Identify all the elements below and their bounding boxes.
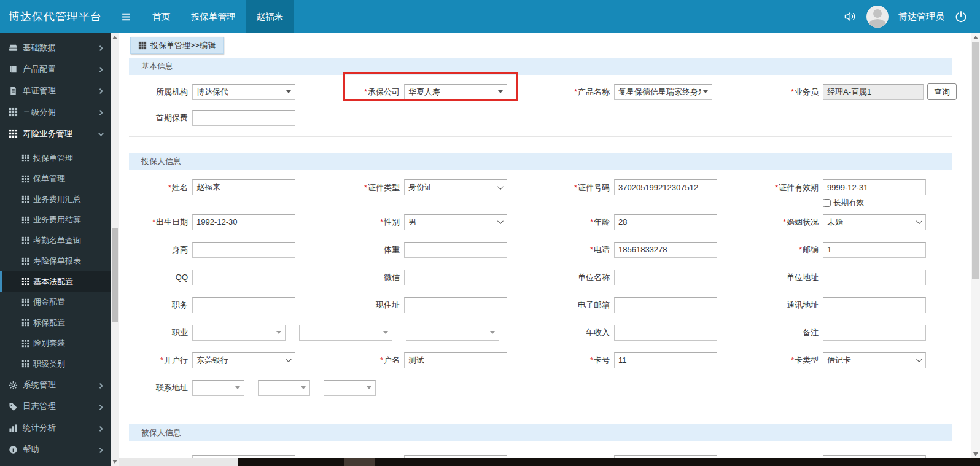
field-label-text: 体重 [384, 245, 400, 254]
nav-home[interactable]: 首页 [142, 0, 181, 33]
contact-address-select-2[interactable] [258, 380, 310, 396]
avatar[interactable] [866, 6, 889, 28]
current-address-input[interactable] [404, 297, 507, 313]
height-input[interactable] [192, 242, 295, 258]
sidebar-item-label: 职级类别 [33, 359, 65, 370]
field-company-address: 单位地址 [760, 270, 961, 285]
volume-icon[interactable] [843, 10, 857, 23]
id-type-select[interactable]: 身份证 [404, 179, 507, 195]
sidebar-item-three-level-commission[interactable]: 三级分佣 [0, 101, 111, 123]
qq-input[interactable] [192, 270, 295, 285]
id-expiry-longterm-checkbox[interactable] [823, 199, 831, 207]
chevron-down-icon [497, 218, 504, 224]
birth-date-input[interactable] [192, 214, 295, 230]
sidebar-item-rank-category[interactable]: 职级类别 [0, 354, 111, 375]
gender-select[interactable]: 男 [404, 214, 507, 230]
avatar-body [869, 19, 886, 28]
first-premium-input[interactable] [192, 110, 295, 126]
card-type-select[interactable]: 借记卡 [823, 352, 926, 368]
sidebar-item-log-mgmt[interactable]: 日志管理 [0, 396, 111, 417]
occupation-select-3[interactable] [406, 325, 499, 341]
chevron-right-icon [98, 66, 104, 72]
current-user-name[interactable]: 博达管理员 [898, 11, 944, 23]
insurer-select[interactable]: 华夏人寿 [404, 84, 507, 100]
book-icon [9, 64, 18, 74]
contact-address-select-1[interactable] [192, 380, 244, 396]
occupation-select-2[interactable] [299, 325, 392, 341]
sidebar-item-policy-mgmt[interactable]: 保单管理 [0, 169, 111, 190]
field-label: 职业 [129, 327, 192, 338]
sidebar-item-attendance-list-query[interactable]: 考勤名单查询 [0, 230, 111, 251]
age-input[interactable] [614, 214, 717, 230]
sidebar-item-life-policy-report[interactable]: 寿险保单报表 [0, 251, 111, 272]
holder-name-input[interactable] [192, 179, 295, 195]
field-id-expiry: *证件有效期长期有效 [760, 179, 961, 208]
field-label-text: 年收入 [586, 328, 610, 337]
email-input[interactable] [614, 297, 717, 313]
phone-input[interactable] [614, 242, 717, 258]
sidebar-item-basic-law-config[interactable]: 基本法配置 [0, 271, 111, 292]
contact-address-select-3[interactable] [324, 380, 376, 396]
field-label: 现住址 [341, 300, 404, 311]
sidebar-scrollbar[interactable] [111, 33, 119, 466]
bank-select[interactable]: 东莞银行 [192, 352, 295, 368]
sidebar-toggle[interactable] [111, 0, 142, 33]
main-scrollbar-thumb[interactable] [972, 42, 979, 279]
id-expiry-input[interactable] [823, 179, 926, 195]
company-name-input[interactable] [614, 270, 717, 285]
company-address-input[interactable] [823, 270, 926, 285]
agent-input[interactable] [823, 84, 924, 100]
power-icon[interactable] [954, 10, 968, 23]
form-row: *姓名*证件类型身份证*证件号码*证件有效期长期有效 [129, 177, 952, 208]
sidebar-item-business-fee-summary[interactable]: 业务费用汇总 [0, 189, 111, 210]
sidebar-item-document-mgmt[interactable]: 单证管理 [0, 80, 111, 101]
scroll-down-arrow[interactable] [112, 460, 117, 464]
sidebar-scrollbar-thumb[interactable] [112, 228, 118, 322]
form-row: 身高体重*电话*邮编 [129, 236, 952, 263]
required-star: * [791, 355, 794, 365]
field-label: *证件有效期 [760, 179, 823, 193]
sidebar-item-commission-config[interactable]: 佣金配置 [0, 292, 111, 313]
field-label: *证件类型 [341, 179, 404, 193]
mailing-address-input[interactable] [823, 297, 926, 313]
weight-input[interactable] [404, 242, 507, 258]
field-label-text: 职务 [172, 300, 188, 309]
sidebar-item-label: 日志管理 [23, 401, 56, 412]
remarks-input[interactable] [823, 325, 926, 341]
nav-application-mgmt[interactable]: 投保单管理 [181, 0, 246, 33]
id-number-input[interactable] [614, 179, 717, 195]
sidebar-item-risk-package[interactable]: 险别套装 [0, 333, 111, 354]
sidebar-item-business-fee-settlement[interactable]: 业务费用结算 [0, 210, 111, 231]
sidebar: 基础数据产品配置单证管理三级分佣寿险业务管理投保单管理保单管理业务费用汇总业务费… [0, 33, 111, 466]
marital-status-select[interactable]: 未婚 [823, 214, 926, 230]
sidebar-item-base-data[interactable]: 基础数据 [0, 37, 111, 58]
main-scrollbar[interactable] [971, 33, 980, 466]
field-remarks: 备注 [760, 325, 961, 341]
sidebar-item-life-insurance-mgmt[interactable]: 寿险业务管理 [0, 123, 111, 144]
scroll-up-arrow[interactable] [112, 36, 117, 39]
product-select[interactable]: 复星保德信星瑞家终身寿险 [614, 84, 712, 100]
sidebar-item-label: 标保配置 [33, 317, 65, 328]
occupation-select-1[interactable] [192, 325, 286, 341]
field-label: 通讯地址 [760, 300, 823, 311]
sidebar-item-application-mgmt[interactable]: 投保单管理 [0, 148, 111, 169]
field-control-stack: 长期有效 [823, 179, 926, 208]
nav-zhaofulai-tab[interactable]: 赵福来 [246, 0, 294, 33]
zip-code-input[interactable] [823, 242, 926, 258]
sidebar-item-stats-analysis[interactable]: 统计分析 [0, 417, 111, 439]
org-select[interactable]: 博达保代 [192, 84, 295, 100]
card-number-input[interactable] [614, 352, 717, 368]
field-phone: *电话 [551, 242, 760, 258]
sidebar-item-help[interactable]: 帮助 [0, 439, 111, 460]
job-title-input[interactable] [192, 297, 295, 313]
sidebar-item-system-mgmt[interactable]: 系统管理 [0, 375, 111, 396]
sidebar-item-product-config[interactable]: 产品配置 [0, 58, 111, 80]
wechat-input[interactable] [404, 270, 507, 285]
annual-income-input[interactable] [614, 325, 717, 341]
scroll-down-arrow[interactable] [973, 452, 978, 456]
form-row: 职业年收入备注 [129, 319, 952, 346]
sidebar-item-standard-premium-config[interactable]: 标保配置 [0, 313, 111, 333]
agent-query-button[interactable]: 查询 [927, 83, 957, 100]
account-name-input[interactable] [404, 352, 507, 368]
scroll-up-arrow[interactable] [973, 36, 978, 39]
